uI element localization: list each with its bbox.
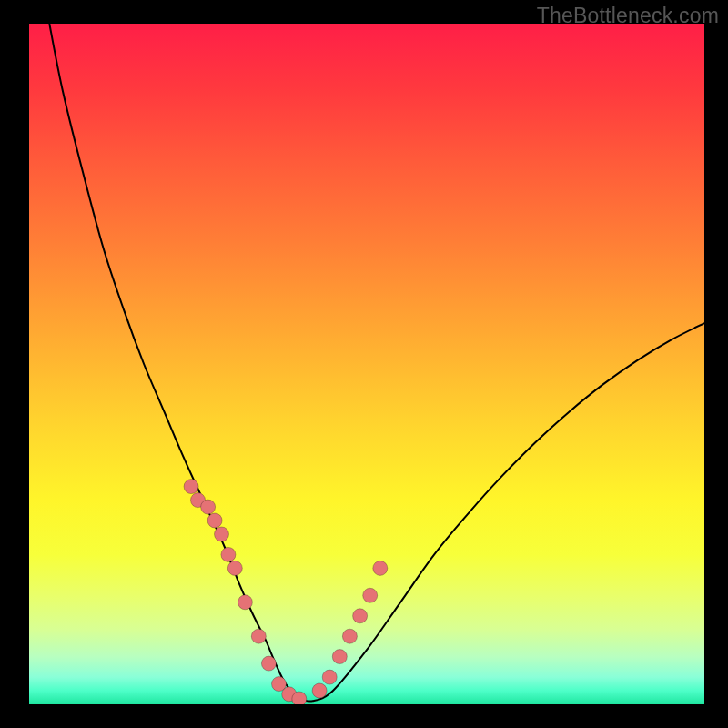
highlight-dot [207,513,222,528]
highlight-dot [312,683,327,698]
highlight-dot [215,527,229,541]
highlight-dot [332,650,347,664]
chart-overlay [29,24,704,704]
chart-plot-area [29,24,704,704]
highlight-dot [251,629,266,643]
highlight-dot [201,500,216,514]
highlight-dot [238,595,252,610]
highlight-dots-group [184,480,388,704]
chart-frame: TheBottleneck.com [0,0,728,728]
highlight-dot [353,609,368,623]
highlight-dot [363,588,378,602]
watermark-text: TheBottleneck.com [537,4,719,28]
highlight-dot [228,561,242,575]
highlight-dot [373,561,388,575]
highlight-dot [322,670,337,684]
highlight-dot [221,547,236,561]
highlight-dot [292,692,307,704]
highlight-dot [342,629,357,643]
bottleneck-curve [49,24,704,702]
highlight-dot [261,656,276,671]
highlight-dot [184,480,198,494]
